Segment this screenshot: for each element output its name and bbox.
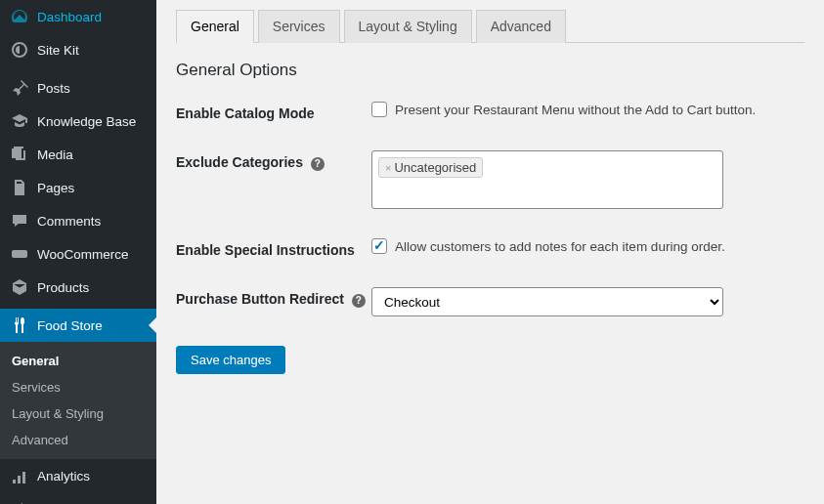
purchase-redirect-label: Purchase Button Redirect ? bbox=[176, 287, 371, 308]
category-tag: ×Uncategorised bbox=[378, 157, 483, 178]
sidebar-item-media[interactable]: Media bbox=[0, 138, 156, 171]
sidebar-item-woocommerce[interactable]: WooCommerce bbox=[0, 237, 156, 271]
exclude-categories-input[interactable]: ×Uncategorised bbox=[371, 150, 723, 209]
sidebar-item-label: Site Kit bbox=[37, 43, 79, 58]
dashboard-icon bbox=[10, 7, 29, 26]
save-changes-button[interactable]: Save changes bbox=[176, 346, 285, 374]
submenu-item-advanced[interactable]: Advanced bbox=[0, 427, 156, 453]
tag-label: Uncategorised bbox=[394, 160, 476, 175]
sidebar-item-label: Products bbox=[37, 280, 89, 295]
sidebar-item-label: Posts bbox=[37, 81, 70, 96]
purchase-redirect-select[interactable]: Checkout bbox=[371, 287, 723, 316]
help-icon[interactable]: ? bbox=[311, 157, 325, 171]
sidebar-item-label: WooCommerce bbox=[37, 247, 129, 262]
pages-icon bbox=[10, 178, 29, 197]
media-icon bbox=[10, 145, 29, 164]
woo-icon bbox=[10, 244, 29, 264]
sidebar-item-knowledge-base[interactable]: Knowledge Base bbox=[0, 105, 156, 138]
pin-icon bbox=[10, 78, 29, 98]
tab-services[interactable]: Services bbox=[258, 10, 340, 43]
sidebar-item-products[interactable]: Products bbox=[0, 271, 156, 304]
marketing-icon bbox=[10, 499, 29, 504]
submenu-item-general[interactable]: General bbox=[0, 348, 156, 374]
sidebar-item-food-store[interactable]: Food Store bbox=[0, 309, 156, 342]
sitekit-icon bbox=[10, 40, 29, 60]
sidebar-item-label: Food Store bbox=[37, 318, 103, 333]
section-heading: General Options bbox=[176, 61, 804, 80]
analytics-icon bbox=[10, 466, 29, 485]
remove-tag-icon[interactable]: × bbox=[385, 162, 391, 174]
sidebar-item-dashboard[interactable]: Dashboard bbox=[0, 0, 156, 33]
food-icon bbox=[10, 315, 29, 335]
sidebar-item-label: Media bbox=[37, 147, 73, 162]
tab-general[interactable]: General bbox=[176, 10, 254, 43]
submenu-item-services[interactable]: Services bbox=[0, 374, 156, 400]
sidebar-item-label: Dashboard bbox=[37, 10, 102, 24]
catalog-mode-desc: Present your Restaurant Menu without the… bbox=[395, 103, 756, 117]
sidebar-item-label: Comments bbox=[37, 214, 101, 229]
cap-icon bbox=[10, 111, 29, 131]
sidebar-submenu: GeneralServicesLayout & StylingAdvanced bbox=[0, 342, 156, 459]
sidebar-item-label: Pages bbox=[37, 181, 74, 195]
special-instructions-desc: Allow customers to add notes for each it… bbox=[395, 239, 725, 254]
sidebar-item-analytics[interactable]: Analytics bbox=[0, 459, 156, 492]
settings-tabs: GeneralServicesLayout & StylingAdvanced bbox=[176, 10, 804, 43]
sidebar-item-comments[interactable]: Comments bbox=[0, 204, 156, 237]
tab-advanced[interactable]: Advanced bbox=[476, 10, 566, 43]
special-instructions-checkbox[interactable] bbox=[371, 238, 387, 254]
sidebar-item-posts[interactable]: Posts bbox=[0, 71, 156, 105]
catalog-mode-label: Enable Catalog Mode bbox=[176, 102, 371, 121]
submenu-item-layout-styling[interactable]: Layout & Styling bbox=[0, 400, 156, 427]
sidebar-item-label: Analytics bbox=[37, 469, 90, 483]
admin-sidebar: DashboardSite KitPostsKnowledge BaseMedi… bbox=[0, 0, 156, 504]
sidebar-item-marketing[interactable]: Marketing bbox=[0, 492, 156, 504]
sidebar-item-site-kit[interactable]: Site Kit bbox=[0, 33, 156, 66]
exclude-categories-label: Exclude Categories ? bbox=[176, 150, 371, 171]
sidebar-item-label: Knowledge Base bbox=[37, 114, 136, 129]
main-content: GeneralServicesLayout & StylingAdvanced … bbox=[156, 0, 824, 504]
svg-point-1 bbox=[18, 150, 21, 153]
svg-rect-2 bbox=[12, 250, 27, 258]
sidebar-item-pages[interactable]: Pages bbox=[0, 171, 156, 204]
comments-icon bbox=[10, 211, 29, 231]
catalog-mode-checkbox[interactable] bbox=[371, 102, 387, 117]
tab-layout-styling[interactable]: Layout & Styling bbox=[344, 10, 472, 43]
help-icon[interactable]: ? bbox=[352, 294, 366, 308]
special-instructions-label: Enable Special Instructions bbox=[176, 238, 371, 258]
products-icon bbox=[10, 277, 29, 297]
